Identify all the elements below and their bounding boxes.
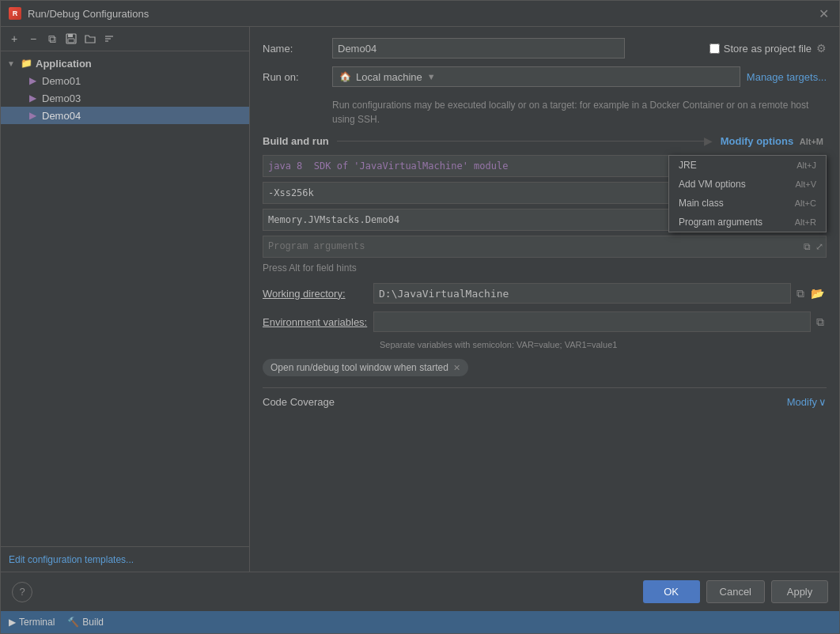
store-row: Store as project file ⚙ [709, 42, 827, 55]
prog-args-copy-button[interactable]: ⧉ [802, 240, 812, 253]
options-popup: JRE Alt+J Add VM options Alt+V Main clas… [668, 155, 827, 232]
prog-args-actions: ⧉ ⤢ [802, 240, 825, 253]
store-checkbox-wrap: Store as project file [709, 43, 812, 55]
folder-icon: 📁 [20, 57, 32, 70]
terminal-status-item[interactable]: ▶ Terminal [9, 617, 55, 628]
config-tree: ▼ 📁 Application ▶ Demo01 ▶ Demo03 ▶ Demo… [1, 51, 249, 546]
arrow-head-icon: ▶ [704, 134, 713, 147]
modify-shortcut: Alt+M [800, 137, 823, 146]
store-label: Store as project file [724, 43, 812, 55]
env-vars-label: Environment variables: [263, 316, 373, 328]
title-bar: R Run/Debug Configurations ✕ [1, 1, 839, 27]
build-status-item[interactable]: 🔨 Build [67, 617, 104, 628]
code-coverage-label: Code Coverage [263, 396, 335, 408]
working-dir-label: Working directory: [263, 288, 373, 300]
sort-config-button[interactable] [100, 30, 118, 47]
run-on-value: Local machine [356, 71, 422, 83]
dialog-title: Run/Debug Configurations [28, 8, 809, 20]
code-coverage-modify-link[interactable]: Modify ∨ [787, 396, 827, 408]
name-input[interactable] [332, 38, 625, 58]
modify-options-link[interactable]: Modify options Alt+M [721, 135, 823, 147]
folder-config-button[interactable] [81, 30, 99, 47]
popup-item-add-vm[interactable]: Add VM options Alt+V [669, 175, 826, 194]
cancel-button[interactable]: Cancel [706, 580, 765, 603]
gear-icon[interactable]: ⚙ [816, 42, 827, 55]
manage-targets-link[interactable]: Manage targets... [747, 71, 827, 83]
popup-item-main-class[interactable]: Main class Alt+C [669, 194, 826, 213]
name-row: Name: Store as project file ⚙ [263, 38, 827, 58]
store-checkbox[interactable] [709, 43, 720, 54]
popup-item-jre[interactable]: JRE Alt+J [669, 156, 826, 175]
run-on-row: Run on: 🏠 Local machine ▼ Manage targets… [263, 66, 827, 87]
status-bar: ▶ Terminal 🔨 Build [1, 611, 839, 633]
tree-arrow: ▼ [7, 59, 17, 68]
name-label: Name: [263, 43, 326, 55]
terminal-label: Terminal [19, 617, 55, 628]
tree-item-demo01[interactable]: ▶ Demo01 [1, 72, 249, 89]
main-content: + − ⧉ ▼ 📁 Application [1, 27, 839, 572]
apply-button[interactable]: Apply [771, 580, 828, 603]
chip-close-button[interactable]: ✕ [453, 363, 460, 373]
code-coverage-row: Code Coverage Modify ∨ [263, 387, 827, 408]
wd-folder-button[interactable]: 📂 [808, 285, 827, 302]
left-footer: Edit configuration templates... [1, 546, 249, 572]
env-hint: Separate variables with semicolon: VAR=v… [263, 340, 827, 349]
right-panel: Name: Store as project file ⚙ Run on: � [250, 27, 839, 572]
wd-actions: ⧉ 📂 [794, 285, 827, 302]
demo01-label: Demo01 [42, 75, 81, 87]
demo04-label: Demo04 [42, 110, 81, 122]
house-icon: 🏠 [339, 71, 351, 82]
close-button[interactable]: ✕ [815, 6, 831, 21]
bottom-bar: ? OK Cancel Apply [1, 572, 839, 611]
run-window-chip: Open run/debug tool window when started … [263, 359, 468, 376]
popup-item-prog-args[interactable]: Program arguments Alt+R [669, 213, 826, 232]
env-copy-button[interactable]: ⧉ [814, 314, 827, 330]
env-vars-row: Environment variables: ⧉ [263, 311, 827, 332]
arrow-line: ▶ [337, 134, 713, 147]
run-debug-dialog: R Run/Debug Configurations ✕ + − ⧉ [0, 0, 840, 634]
prog-args-input[interactable] [263, 236, 827, 258]
remove-config-button[interactable]: − [25, 30, 42, 47]
hint-text: Press Alt for field hints [263, 262, 827, 274]
edit-templates-link[interactable]: Edit configuration templates... [9, 554, 134, 565]
terminal-icon: ▶ [9, 617, 16, 628]
build-label: Build [82, 617, 104, 628]
env-actions: ⧉ [814, 314, 827, 330]
tree-group-label: Application [36, 58, 92, 70]
run-info-text: Run configurations may be executed local… [263, 95, 827, 134]
ok-button[interactable]: OK [643, 580, 700, 603]
env-vars-input[interactable] [373, 311, 811, 332]
chevron-down-icon: ▼ [427, 72, 436, 81]
build-run-title: Build and run [263, 135, 329, 147]
chip-row: Open run/debug tool window when started … [263, 359, 827, 376]
bottom-right-buttons: OK Cancel Apply [643, 580, 828, 603]
svg-rect-1 [68, 34, 73, 37]
build-icon: 🔨 [67, 617, 79, 628]
class-icon: ▶ [26, 74, 39, 87]
class-icon: ▶ [26, 92, 39, 104]
working-dir-row: Working directory: ⧉ 📂 [263, 283, 827, 304]
right-content: Name: Store as project file ⚙ Run on: � [250, 27, 839, 572]
add-config-button[interactable]: + [6, 30, 23, 47]
tree-group-application[interactable]: ▼ 📁 Application [1, 55, 249, 72]
run-on-label: Run on: [263, 71, 326, 83]
left-panel: + − ⧉ ▼ 📁 Application [1, 27, 250, 572]
demo03-label: Demo03 [42, 92, 81, 104]
chevron-down-icon: ∨ [819, 396, 827, 408]
dialog-icon: R [9, 7, 21, 20]
left-toolbar: + − ⧉ [1, 27, 249, 51]
build-run-header: Build and run ▶ Modify options Alt+M [263, 134, 827, 147]
svg-rect-2 [68, 39, 74, 43]
help-button[interactable]: ? [12, 582, 32, 602]
chip-label: Open run/debug tool window when started [271, 362, 448, 373]
wd-copy-button[interactable]: ⧉ [794, 285, 807, 302]
prog-args-row: ⧉ ⤢ [263, 236, 827, 258]
tree-item-demo04[interactable]: ▶ Demo04 [1, 107, 249, 124]
class-icon: ▶ [26, 109, 39, 122]
copy-config-button[interactable]: ⧉ [44, 30, 61, 47]
run-on-dropdown[interactable]: 🏠 Local machine ▼ [332, 66, 740, 87]
working-dir-input[interactable] [373, 283, 791, 304]
tree-item-demo03[interactable]: ▶ Demo03 [1, 89, 249, 107]
save-config-button[interactable] [62, 30, 80, 47]
prog-args-expand-button[interactable]: ⤢ [814, 240, 825, 253]
